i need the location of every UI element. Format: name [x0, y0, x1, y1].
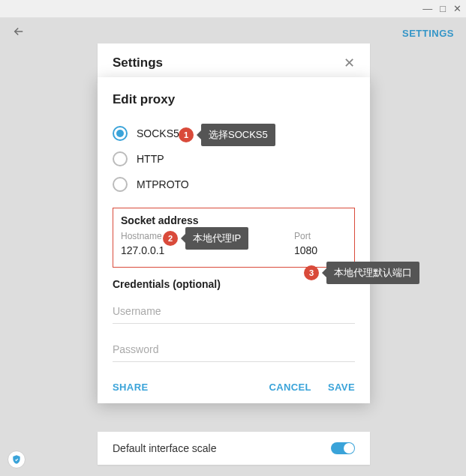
settings-title: Settings [113, 55, 163, 70]
interface-scale-row: Default interface scale [98, 432, 370, 465]
radio-http[interactable]: HTTP [113, 146, 355, 172]
maximize-button[interactable]: □ [440, 4, 446, 13]
radio-icon [113, 177, 128, 192]
share-button[interactable]: SHARE [113, 382, 149, 393]
close-window-button[interactable]: ✕ [453, 4, 461, 13]
username-input[interactable] [113, 298, 355, 324]
callout-3: 3 本地代理默认端口 [304, 262, 419, 284]
radio-mtproto[interactable]: MTPROTO [113, 172, 355, 197]
port-label: Port [294, 231, 347, 241]
radio-label: MTPROTO [137, 178, 189, 190]
step-badge-1: 1 [179, 127, 194, 142]
callout-2: 2 本地代理IP [163, 227, 248, 250]
step-badge-3: 3 [304, 265, 319, 280]
modal-title: Edit proxy [113, 92, 355, 107]
radio-icon [113, 126, 128, 141]
scale-toggle[interactable] [331, 442, 355, 454]
socket-title: Socket address [121, 214, 347, 226]
radio-icon [113, 151, 128, 166]
shield-icon[interactable] [8, 451, 26, 469]
save-button[interactable]: SAVE [328, 382, 355, 393]
step-tip-2: 本地代理IP [185, 227, 248, 250]
close-icon[interactable]: ✕ [344, 55, 355, 71]
port-field[interactable]: Port [294, 231, 347, 258]
step-tip-3: 本地代理默认端口 [326, 262, 419, 284]
step-tip-1: 选择SOCKS5 [201, 124, 275, 146]
cancel-button[interactable]: CANCEL [269, 382, 311, 393]
callout-1: 1 选择SOCKS5 [179, 124, 275, 146]
modal-actions: SHARE CANCEL SAVE [113, 382, 355, 393]
radio-label: HTTP [137, 153, 164, 165]
radio-label: SOCKS5 [137, 127, 179, 139]
step-badge-2: 2 [163, 231, 178, 246]
window-titlebar: — □ ✕ [0, 0, 466, 18]
scale-label: Default interface scale [113, 442, 217, 454]
password-input[interactable] [113, 336, 355, 362]
minimize-button[interactable]: — [422, 4, 432, 13]
port-input[interactable] [294, 241, 347, 258]
